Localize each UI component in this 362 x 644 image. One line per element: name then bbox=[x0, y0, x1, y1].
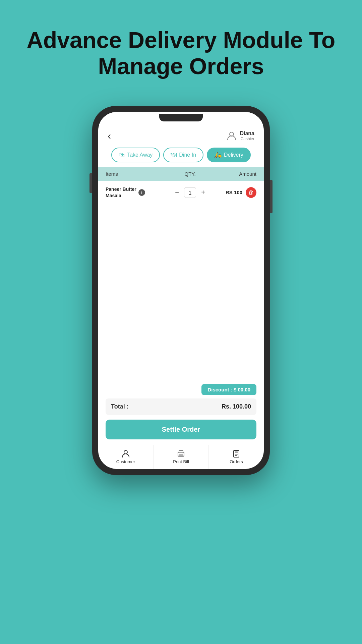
item-name: Paneer ButterMasala bbox=[106, 186, 136, 198]
qty-decrease-button[interactable]: − bbox=[173, 188, 181, 197]
total-value: Rs. 100.00 bbox=[222, 403, 251, 410]
amount-col: RS 100 🗑 bbox=[209, 187, 256, 198]
discount-label: Discount : bbox=[207, 387, 232, 392]
item-name-col: Paneer ButterMasala i bbox=[106, 186, 171, 198]
settle-order-button[interactable]: Settle Order bbox=[106, 420, 256, 439]
tab-delivery[interactable]: 🛵 Delivery bbox=[207, 148, 251, 162]
bottom-section: Discount : $ 00.00 Total : Rs. 100.00 Se… bbox=[98, 381, 264, 445]
delete-item-button[interactable]: 🗑 bbox=[246, 187, 256, 198]
printer-icon bbox=[177, 449, 185, 458]
item-price: RS 100 bbox=[226, 190, 242, 195]
app-header: ‹ Diana Cashier bbox=[98, 125, 264, 145]
clipboard-icon bbox=[232, 449, 241, 458]
user-avatar-icon bbox=[226, 130, 237, 141]
user-name: Diana bbox=[240, 130, 254, 137]
back-button[interactable]: ‹ bbox=[108, 130, 111, 142]
column-amount: Amount bbox=[209, 171, 256, 177]
discount-value: $ 00.00 bbox=[234, 387, 250, 392]
info-icon[interactable]: i bbox=[138, 189, 145, 196]
tab-takeaway-label: Take Away bbox=[127, 152, 153, 158]
trash-icon: 🗑 bbox=[248, 190, 254, 196]
discount-bar: Discount : $ 00.00 bbox=[106, 384, 256, 395]
page-title: Advance Delivery Module To Manage Orders bbox=[7, 27, 356, 79]
delivery-icon: 🛵 bbox=[214, 151, 222, 159]
tab-delivery-label: Delivery bbox=[224, 152, 243, 158]
nav-orders[interactable]: Orders bbox=[208, 445, 264, 469]
total-row: Total : Rs. 100.00 bbox=[106, 398, 256, 415]
svg-rect-5 bbox=[234, 450, 239, 457]
table-row: Paneer ButterMasala i − 1 + RS 100 🗑 bbox=[106, 181, 256, 204]
nav-print-label: Print Bill bbox=[173, 459, 189, 464]
total-label: Total : bbox=[111, 403, 129, 410]
qty-value: 1 bbox=[184, 187, 196, 198]
qty-increase-button[interactable]: + bbox=[199, 188, 207, 197]
svg-rect-3 bbox=[179, 454, 183, 456]
nav-customer[interactable]: Customer bbox=[98, 445, 153, 469]
customer-icon bbox=[121, 449, 130, 458]
nav-customer-label: Customer bbox=[116, 459, 135, 464]
user-info: Diana Cashier bbox=[226, 130, 254, 141]
svg-point-1 bbox=[124, 450, 127, 454]
dinein-icon: 🍽 bbox=[171, 152, 177, 159]
takeaway-icon: 🛍 bbox=[119, 152, 125, 159]
bottom-nav: Customer Print Bill bbox=[98, 445, 264, 469]
tab-takeaway[interactable]: 🛍 Take Away bbox=[111, 148, 160, 162]
order-list: Paneer ButterMasala i − 1 + RS 100 🗑 bbox=[98, 181, 264, 381]
tab-dinein[interactable]: 🍽 Dine In bbox=[163, 148, 203, 162]
discount-badge: Discount : $ 00.00 bbox=[201, 384, 256, 395]
column-qty: QTY. bbox=[171, 171, 209, 177]
nav-orders-label: Orders bbox=[230, 459, 243, 464]
phone-mockup: ‹ Diana Cashier � bbox=[92, 106, 270, 475]
svg-point-4 bbox=[183, 453, 183, 453]
table-header: Items QTY. Amount bbox=[98, 167, 264, 181]
nav-print[interactable]: Print Bill bbox=[153, 445, 208, 469]
user-role: Cashier bbox=[240, 137, 254, 141]
qty-col: − 1 + bbox=[171, 187, 209, 198]
order-type-tabs: 🛍 Take Away 🍽 Dine In 🛵 Delivery bbox=[98, 145, 264, 167]
tab-dinein-label: Dine In bbox=[179, 152, 196, 158]
column-items: Items bbox=[106, 171, 171, 177]
